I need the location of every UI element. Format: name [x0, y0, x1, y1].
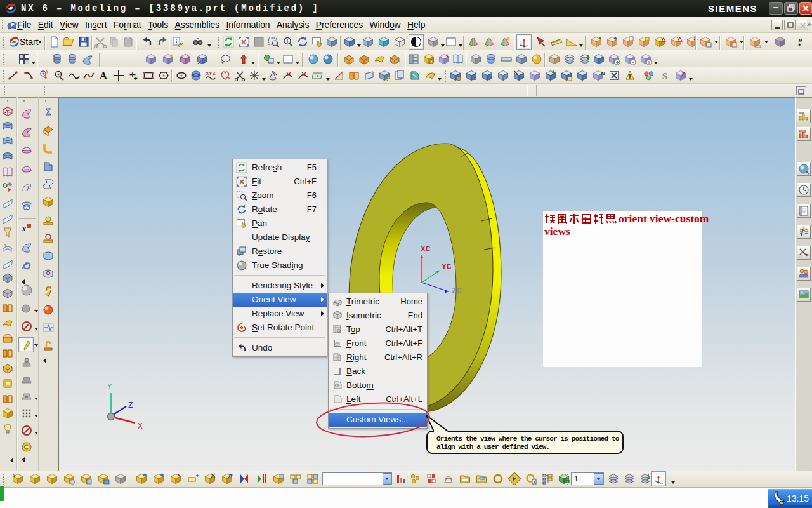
- svg-text:x: x: [22, 224, 26, 233]
- svg-text:ZC: ZC: [452, 286, 462, 296]
- svg-text:S: S: [662, 71, 667, 81]
- svg-text:N: N: [601, 70, 605, 76]
- svg-text:YC: YC: [442, 262, 452, 272]
- svg-text:Y: Y: [107, 382, 112, 392]
- svg-text:XC: XC: [421, 244, 431, 254]
- svg-text:A: A: [100, 70, 108, 82]
- svg-text:XYZ: XYZ: [206, 70, 216, 76]
- svg-text:Z: Z: [128, 401, 133, 410]
- svg-text:X: X: [138, 422, 143, 431]
